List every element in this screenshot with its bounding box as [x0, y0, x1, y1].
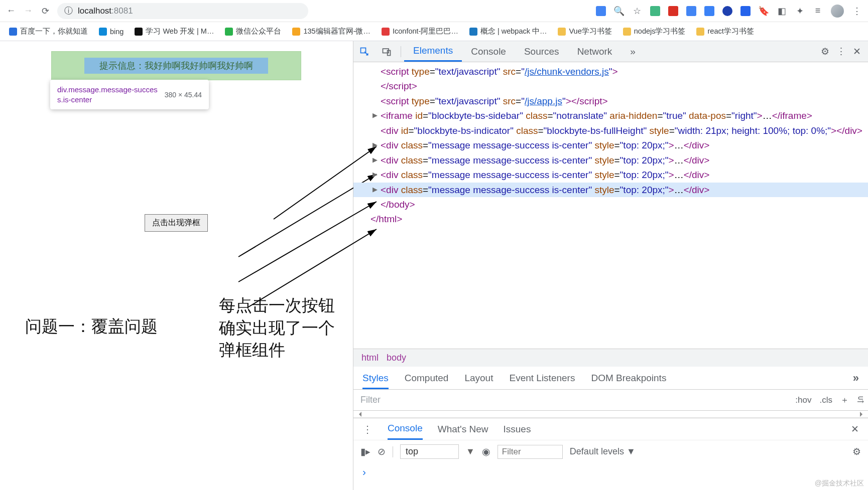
device-toggle-icon[interactable]	[376, 47, 398, 57]
settings-icon[interactable]: ⚙	[821, 46, 829, 57]
styles-filter-input[interactable]	[353, 395, 791, 405]
address-bar[interactable]: ⓘ localhost:8081	[57, 3, 308, 19]
styles-filter-row: :hov .cls ＋ ⥹	[353, 390, 868, 411]
bookmark-item[interactable]: bing	[99, 28, 123, 36]
inspect-element-icon[interactable]	[353, 47, 376, 57]
bookmark-item[interactable]: 学习 Web 开发 | M…	[135, 27, 214, 36]
url-host: localhost	[78, 6, 111, 16]
context-caret-icon[interactable]: ▼	[466, 446, 475, 457]
dom-node[interactable]: </body>	[353, 197, 868, 212]
inspect-tooltip: div.message.message-success.is-center 38…	[50, 80, 209, 109]
styles-tab-event-listeners[interactable]: Event Listeners	[509, 373, 575, 384]
devtools-tab-network[interactable]: Network	[568, 41, 622, 62]
dom-node[interactable]: ▶<div class="message message-success is-…	[353, 138, 868, 152]
profile-avatar[interactable]	[831, 5, 844, 18]
kebab-menu-icon[interactable]: ⋮	[836, 46, 846, 57]
styles-tab-styles[interactable]: Styles	[362, 373, 389, 389]
bookmark-item[interactable]: Vue学习书签	[558, 27, 611, 36]
toast-text: 提示信息：我好帅啊我好帅啊我好帅啊	[84, 58, 268, 74]
site-info-icon[interactable]: ⓘ	[64, 5, 73, 17]
cls-toggle[interactable]: .cls	[816, 395, 837, 405]
devtools-tab-sources[interactable]: Sources	[515, 41, 568, 62]
back-icon[interactable]: ←	[6, 6, 16, 16]
dom-node[interactable]: <script type="text/javascript" src="/js/…	[353, 94, 868, 108]
vue-ext-icon[interactable]	[650, 6, 660, 16]
breadcrumb[interactable]: htmlbody	[353, 349, 868, 367]
close-drawer-icon[interactable]: ✕	[851, 423, 859, 435]
bookmark-item[interactable]: nodejs学习书签	[623, 27, 686, 36]
extensions-icon[interactable]: ✦	[795, 6, 805, 16]
styles-tab-computed[interactable]: Computed	[405, 373, 449, 384]
console-sidebar-icon[interactable]: ▮▸	[360, 446, 370, 457]
ext-blue2-icon[interactable]	[704, 6, 714, 16]
expand-icon[interactable]: ▶	[373, 155, 378, 165]
more-styles-icon[interactable]: »	[853, 372, 859, 385]
dom-node[interactable]: ▶<div class="message message-success is-…	[353, 168, 868, 182]
ext-blue3-icon[interactable]	[740, 6, 751, 16]
bookmark-item[interactable]: 百度一下，你就知道	[9, 27, 88, 36]
dom-node[interactable]: </script>	[353, 79, 868, 93]
page-viewport: 提示信息：我好帅啊我好帅啊我好帅啊 div.message.message-su…	[0, 41, 353, 490]
trigger-popup-button[interactable]: 点击出现弹框	[145, 214, 208, 232]
crumb-html[interactable]: html	[361, 353, 379, 363]
console-settings-icon[interactable]: ⚙	[852, 446, 861, 457]
log-levels-selector[interactable]: Default levels ▼	[570, 446, 636, 457]
dom-node[interactable]: </html>	[353, 212, 868, 226]
styles-tab-layout[interactable]: Layout	[464, 373, 493, 384]
expand-icon[interactable]: ▶	[373, 170, 378, 180]
dom-node[interactable]: ▶<div class="message message-success is-…	[353, 153, 868, 168]
tooltip-selector: div.message.message-success.is-center	[57, 85, 158, 104]
url-port: :8081	[111, 6, 133, 16]
zoom-icon[interactable]: 🔍	[614, 6, 624, 16]
devtools-panel: ElementsConsoleSourcesNetwork » ⚙ ⋮ ✕ <s…	[353, 41, 868, 490]
hov-toggle[interactable]: :hov	[791, 395, 815, 405]
crumb-body[interactable]: body	[387, 353, 406, 363]
expand-icon[interactable]: ▶	[373, 110, 378, 120]
bookmark-side-icon[interactable]: 🔖	[759, 6, 769, 16]
reload-icon[interactable]: ⟳	[40, 6, 50, 16]
sidebar-ext-icon[interactable]: ◧	[777, 6, 787, 16]
clear-console-icon[interactable]: ⊘	[378, 446, 386, 457]
reading-list-icon[interactable]: ≡	[813, 6, 823, 16]
context-selector[interactable]: top	[400, 444, 459, 459]
tooltip-dimensions: 380 × 45.44	[165, 91, 202, 99]
styles-tab-strip: StylesComputedLayoutEvent ListenersDOM B…	[353, 367, 868, 390]
ext-circle-icon[interactable]	[722, 6, 732, 16]
drawer-tab-issues[interactable]: Issues	[503, 424, 531, 435]
devtools-tab-console[interactable]: Console	[462, 41, 515, 62]
bookmark-item[interactable]: react学习书签	[696, 27, 754, 36]
more-tabs-icon[interactable]: »	[621, 41, 645, 62]
bookmark-item[interactable]: 微信公众平台	[225, 27, 281, 36]
bookmark-item[interactable]: 135编辑器官网-微…	[292, 27, 370, 36]
dom-tree[interactable]: <script type="text/javascript" src="/js/…	[353, 62, 868, 349]
translate-icon[interactable]	[596, 6, 606, 16]
bookmark-item[interactable]: 概念 | webpack 中…	[469, 27, 547, 36]
styles-pane-toggle-icon[interactable]: ⥹	[853, 395, 868, 405]
dom-node[interactable]: ▶<div class="message message-success is-…	[353, 183, 868, 197]
drawer-tab-console[interactable]: Console	[388, 418, 423, 440]
bookmark-item[interactable]: Iconfont-阿里巴巴…	[382, 27, 458, 36]
drawer-menu-icon[interactable]: ⋮	[362, 423, 373, 435]
expand-icon[interactable]: ▶	[373, 185, 378, 195]
styles-tab-dom-breakpoints[interactable]: DOM Breakpoints	[591, 373, 666, 384]
console-filter-input[interactable]	[498, 445, 563, 459]
menu-icon[interactable]: ⋮	[852, 6, 862, 16]
devtools-tab-strip: ElementsConsoleSourcesNetwork » ⚙ ⋮ ✕	[353, 41, 868, 62]
ext-red-icon[interactable]	[668, 6, 678, 16]
forward-icon[interactable]: →	[23, 6, 33, 16]
devtools-tab-elements[interactable]: Elements	[404, 41, 462, 62]
drawer-tab-strip: ⋮ ConsoleWhat's NewIssues ✕	[353, 418, 868, 440]
drawer-tab-what-s-new[interactable]: What's New	[438, 424, 488, 435]
live-expression-icon[interactable]: ◉	[482, 446, 490, 457]
close-devtools-icon[interactable]: ✕	[853, 46, 861, 57]
ext-blue-icon[interactable]	[686, 6, 696, 16]
expand-icon[interactable]: ▶	[373, 140, 378, 150]
dom-node[interactable]: ▶<iframe id="blockbyte-bs-sidebar" class…	[353, 108, 868, 123]
console-prompt[interactable]: ›	[353, 463, 868, 490]
dom-node[interactable]: <div id="blockbyte-bs-indicator" class="…	[353, 123, 868, 138]
dom-node[interactable]: <script type="text/javascript" src="/js/…	[353, 64, 868, 79]
star-icon[interactable]: ☆	[632, 6, 642, 16]
watermark: @掘金技术社区	[815, 479, 864, 488]
console-toolbar: ▮▸ ⊘ top ▼ ◉ Default levels ▼ ⚙	[353, 440, 868, 463]
new-rule-icon[interactable]: ＋	[836, 394, 853, 406]
